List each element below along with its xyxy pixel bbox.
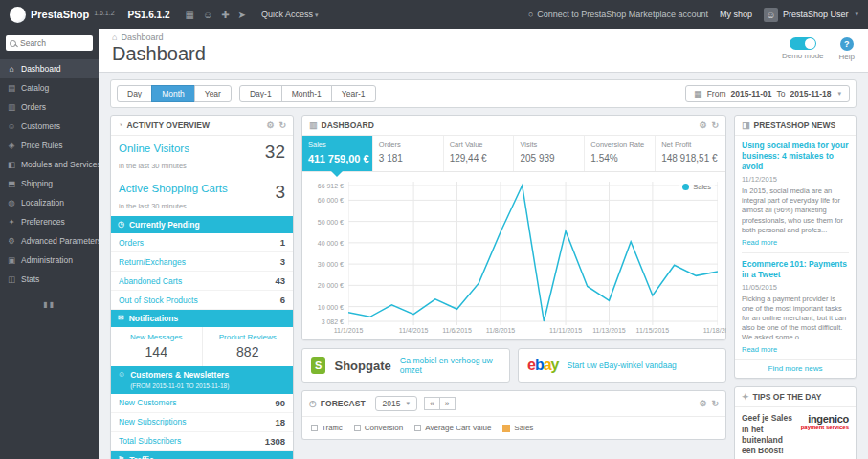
news-headline-link[interactable]: Ecommerce 101: Payments in a Tweet	[742, 259, 849, 280]
online-visitors-link[interactable]: Online Visitors	[119, 142, 189, 154]
ebay-link[interactable]: Start uw eBay-winkel vandaag	[568, 361, 677, 370]
search-input[interactable]	[20, 38, 89, 48]
checkbox-icon	[414, 425, 421, 431]
brand[interactable]: PrestaShop 1.6.1.2	[10, 7, 115, 23]
customers-newsletters-header: ☺ Customers & Newsletters(FROM 2015-11-0…	[111, 366, 293, 393]
customers-row: New Subscriptions18	[111, 413, 293, 432]
legend-conversion-checkbox[interactable]: Conversion	[354, 424, 403, 432]
customers-icon[interactable]: ☺	[203, 10, 212, 20]
date-range-picker[interactable]: ▦ From 2015-11-01 To 2015-11-18 ▾	[685, 85, 850, 102]
sidebar-item-administration[interactable]: ▣Administration	[0, 251, 99, 270]
new-subscriptions-link[interactable]: New Subscriptions	[119, 417, 186, 426]
orders-link[interactable]: Orders	[119, 238, 144, 248]
news-title: PRESTASHOP NEWS	[754, 120, 836, 130]
chevron-down-icon: ▾	[315, 11, 319, 18]
find-more-news-link[interactable]: Find more news	[735, 359, 856, 378]
tab-cart-value[interactable]: Cart Value129,44 €	[443, 136, 514, 171]
out-of-stock-link[interactable]: Out of Stock Products	[119, 295, 198, 305]
year-select[interactable]: 2015▾	[375, 396, 417, 411]
next-year-button[interactable]: »	[439, 397, 456, 410]
tips-icon: ✦	[742, 392, 749, 402]
new-messages-cell[interactable]: New Messages 144	[111, 327, 202, 366]
tab-visits[interactable]: Visits205 939	[513, 136, 584, 171]
abandoned-carts-link[interactable]: Abandoned Carts	[119, 276, 182, 286]
sidebar-item-dashboard[interactable]: ⌂Dashboard	[0, 59, 99, 78]
shopgate-link[interactable]: Ga mobiel en verhoog uw omzet	[400, 356, 501, 375]
help-icon[interactable]: ?	[840, 37, 854, 51]
returns-link[interactable]: Return/Exchanges	[119, 257, 186, 267]
chevron-down-icon: ▾	[407, 400, 411, 407]
brand-version: 1.6.1.2	[94, 10, 114, 16]
refresh-icon[interactable]: ↻	[711, 120, 719, 130]
cart-icon[interactable]: ▦	[185, 10, 193, 20]
dashboard-icon: ▥	[309, 120, 318, 130]
sidebar-collapse-button[interactable]: ▮▮	[0, 289, 99, 320]
refresh-icon[interactable]: ↻	[278, 120, 286, 130]
gear-icon[interactable]: ⚙	[266, 120, 274, 130]
online-visitors-metric: Online Visitors 32	[111, 136, 293, 161]
total-subscribers-link[interactable]: Total Subscribers	[119, 436, 181, 446]
sidebar-item-catalog[interactable]: ▤Catalog	[0, 78, 99, 98]
chart-x-axis: 11/1/201511/4/201511/6/201511/8/201511/1…	[348, 325, 718, 338]
search-icon	[10, 40, 16, 47]
sidebar-item-localization[interactable]: ◍Localization	[0, 193, 99, 212]
ebay-promo: ebay Start uw eBay-winkel vandaag	[518, 348, 726, 382]
tab-net-profit[interactable]: Net Profit148 918,51 €	[655, 136, 725, 171]
breadcrumb[interactable]: ⌂Dashboard	[112, 33, 782, 42]
out-of-stock-count: 6	[280, 295, 285, 305]
truck-icon: ⬒	[7, 179, 16, 188]
sidebar-item-modules[interactable]: ◧Modules and Services	[0, 155, 99, 174]
sidebar-item-shipping[interactable]: ⬒Shipping	[0, 174, 99, 193]
tab-sales[interactable]: Sales411 759,00 €	[302, 136, 372, 171]
currently-pending-header: ◷ Currently Pending	[111, 216, 293, 233]
my-shop-link[interactable]: My shop	[720, 10, 752, 19]
previous-year-button[interactable]: «	[424, 397, 440, 410]
tips-title: TIPS OF THE DAY	[753, 392, 822, 402]
sidebar-item-price-rules[interactable]: ◈Price Rules	[0, 136, 99, 155]
customers-row: Total Subscribers1308	[111, 432, 293, 451]
demo-mode-control: Demo mode	[782, 37, 824, 60]
demo-mode-label: Demo mode	[782, 52, 824, 60]
user-menu[interactable]: ☺ PrestaShop User ▾	[764, 8, 858, 22]
admin-icon: ▣	[7, 255, 16, 265]
tab-orders[interactable]: Orders3 181	[372, 136, 443, 171]
legend-traffic-checkbox[interactable]: Traffic	[311, 424, 343, 432]
news-headline-link[interactable]: Using social media for your business: 4 …	[742, 141, 849, 172]
filter-year-button[interactable]: Year	[194, 85, 232, 102]
product-reviews-cell[interactable]: Product Reviews 882	[202, 327, 294, 366]
filter-day-button[interactable]: Day	[117, 85, 152, 102]
sidebar-item-orders[interactable]: ▥Orders	[0, 98, 99, 117]
sales-swatch-icon	[502, 425, 510, 432]
shopgate-icon: S	[311, 357, 325, 374]
filter-day-1-button[interactable]: Day-1	[239, 85, 282, 102]
sales-chart-area: 66 912 €60 000 €50 000 €40 000 €30 000 €…	[302, 172, 725, 339]
stats-icon: ◫	[7, 274, 16, 284]
chart-legend: Sales	[679, 182, 715, 192]
filter-month-1-button[interactable]: Month-1	[281, 85, 332, 102]
active-carts-link[interactable]: Active Shopping Carts	[119, 183, 228, 194]
new-customers-link[interactable]: New Customers	[119, 398, 176, 407]
news-excerpt: Picking a payment provider is one of the…	[742, 295, 849, 343]
ebay-logo: ebay	[527, 357, 559, 374]
support-icon[interactable]: ✚	[221, 10, 229, 20]
tab-conversion-rate[interactable]: Conversion Rate1.54%	[584, 136, 655, 171]
sidebar-item-stats[interactable]: ◫Stats	[0, 270, 99, 289]
legend-sales-checkbox[interactable]: Sales	[502, 424, 533, 432]
page-title: Dashboard	[112, 43, 782, 65]
filter-month-button[interactable]: Month	[151, 85, 195, 102]
read-more-link[interactable]: Read more	[742, 345, 777, 354]
marketplace-link[interactable]: ○Connect to PrestaShop Marketplace accou…	[528, 10, 708, 19]
calendar-icon: ▦	[694, 89, 702, 98]
sidebar-item-advanced-parameters[interactable]: ⚙Advanced Parameters	[0, 231, 99, 251]
legend-average-cart-value-checkbox[interactable]: Average Cart Value	[414, 424, 491, 432]
sidebar-item-customers[interactable]: ☺Customers	[0, 117, 99, 136]
quick-access-menu[interactable]: Quick Access▾	[261, 10, 319, 19]
rocket-icon[interactable]: ➤	[238, 10, 246, 20]
demo-mode-toggle[interactable]	[790, 37, 816, 50]
read-more-link[interactable]: Read more	[742, 238, 777, 247]
filter-year-1-button[interactable]: Year-1	[331, 85, 376, 102]
refresh-icon[interactable]: ↻	[711, 399, 719, 408]
sidebar-item-preferences[interactable]: ✦Preferences	[0, 212, 99, 231]
gear-icon[interactable]: ⚙	[699, 399, 706, 408]
gear-icon[interactable]: ⚙	[699, 120, 706, 130]
